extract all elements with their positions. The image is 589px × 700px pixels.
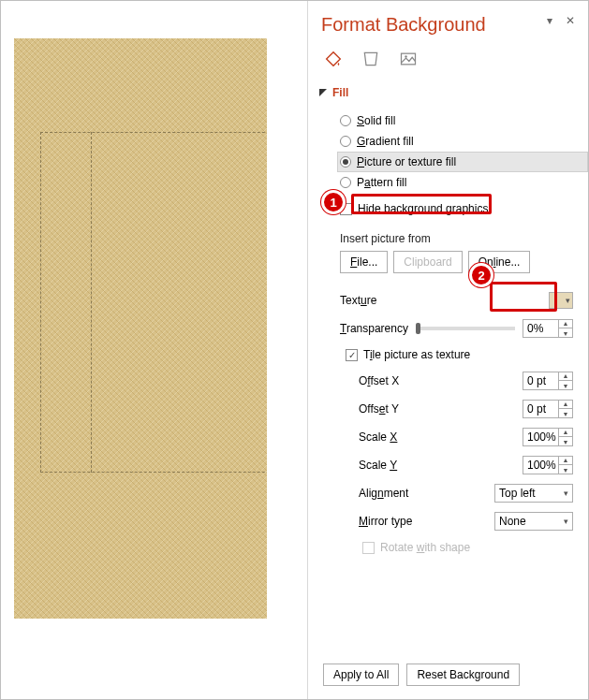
texture-label: Texture bbox=[340, 294, 376, 307]
svg-point-3 bbox=[405, 55, 407, 58]
scale-x-input[interactable]: 100%▲▼ bbox=[523, 428, 573, 446]
scale-x-label: Scale X bbox=[359, 430, 397, 444]
transparency-slider[interactable] bbox=[416, 327, 515, 330]
insert-picture-label: Insert picture from bbox=[340, 232, 588, 245]
format-background-panel: Format Background ▾ ✕ Fill Solid fill bbox=[307, 1, 588, 699]
mirror-select[interactable]: None bbox=[494, 512, 573, 531]
radio-pattern-fill[interactable]: Pattern fill bbox=[340, 172, 588, 193]
fill-section-toggle[interactable]: Fill bbox=[319, 86, 588, 99]
transparency-label: Transparency bbox=[340, 322, 408, 335]
panel-menu-icon[interactable]: ▾ bbox=[547, 14, 552, 27]
radio-picture-texture-fill[interactable]: Picture or texture fill bbox=[337, 152, 588, 172]
close-icon[interactable]: ✕ bbox=[566, 14, 575, 27]
slide-content-placeholder bbox=[40, 132, 267, 473]
texture-picker[interactable] bbox=[549, 292, 573, 309]
radio-solid-fill[interactable]: Solid fill bbox=[340, 110, 588, 131]
offset-y-input[interactable]: 0 pt▲▼ bbox=[523, 400, 573, 418]
reset-background-button[interactable]: Reset Background bbox=[406, 664, 520, 686]
checkbox-tile-picture[interactable]: Tile picture as texture bbox=[346, 343, 588, 367]
radio-gradient-fill[interactable]: Gradient fill bbox=[340, 131, 588, 152]
alignment-label: Alignment bbox=[359, 487, 408, 500]
checkbox-rotate-with-shape: Rotate with shape bbox=[362, 535, 588, 560]
checkbox-hide-background[interactable]: Hide background graphics bbox=[340, 198, 588, 219]
offset-x-label: Offset X bbox=[359, 374, 399, 387]
alignment-select[interactable]: Top left bbox=[494, 484, 573, 503]
picture-tab-icon[interactable] bbox=[398, 49, 419, 69]
slide-preview bbox=[14, 38, 267, 619]
clipboard-button: Clipboard bbox=[393, 251, 462, 273]
mirror-label: Mirror type bbox=[359, 515, 412, 528]
scale-y-label: Scale Y bbox=[359, 459, 397, 472]
offset-y-label: Offset Y bbox=[359, 402, 399, 416]
online-button[interactable]: Online... bbox=[468, 251, 531, 273]
effects-tab-icon[interactable] bbox=[361, 49, 381, 69]
file-button[interactable]: File... bbox=[340, 251, 388, 273]
transparency-input[interactable]: 0% ▲▼ bbox=[523, 319, 573, 338]
fill-tab-icon[interactable] bbox=[323, 49, 344, 69]
apply-to-all-button[interactable]: Apply to All bbox=[323, 664, 399, 686]
scale-y-input[interactable]: 100%▲▼ bbox=[523, 456, 573, 474]
offset-x-input[interactable]: 0 pt▲▼ bbox=[523, 372, 573, 390]
